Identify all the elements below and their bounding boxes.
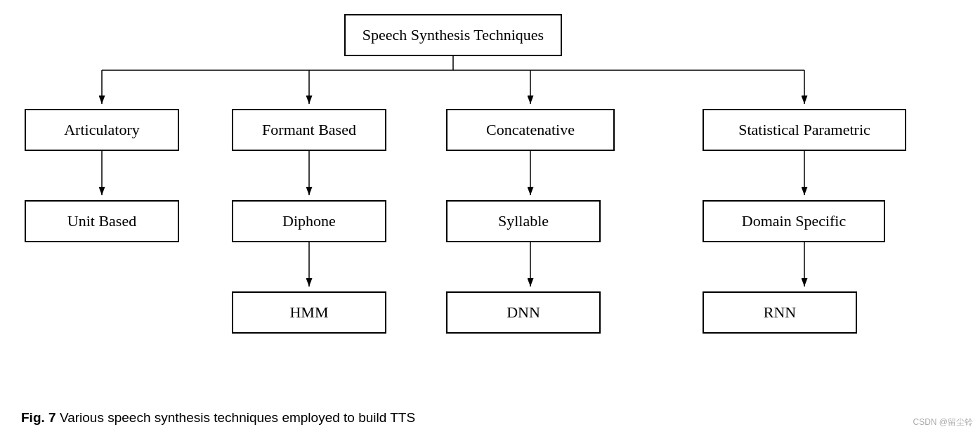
node-concatenative: Concatenative: [446, 109, 615, 151]
node-formant: Formant Based: [232, 109, 386, 151]
node-rnn: RNN: [703, 291, 857, 334]
node-diphone: Diphone: [232, 200, 386, 242]
watermark: CSDN @留尘铃: [913, 416, 973, 428]
node-dnn: DNN: [446, 291, 601, 334]
node-domain: Domain Specific: [703, 200, 885, 242]
diagram: Speech Synthesis Techniques Articulatory…: [0, 0, 980, 379]
node-articulatory: Articulatory: [25, 109, 179, 151]
figure-caption: Fig. 7 Various speech synthesis techniqu…: [21, 410, 415, 426]
node-hmm: HMM: [232, 291, 386, 334]
caption-text: Various speech synthesis techniques empl…: [56, 410, 416, 425]
node-syllable: Syllable: [446, 200, 601, 242]
node-root: Speech Synthesis Techniques: [344, 14, 562, 56]
caption-bold: Fig. 7: [21, 410, 56, 425]
node-unit-based: Unit Based: [25, 200, 179, 242]
node-statistical: Statistical Parametric: [703, 109, 906, 151]
